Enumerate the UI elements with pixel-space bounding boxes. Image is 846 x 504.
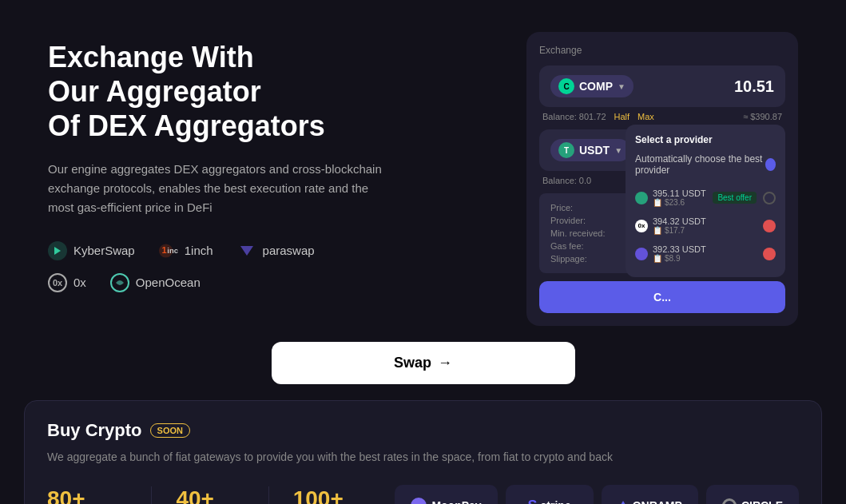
para-amount: 392.33 USDT [653,244,706,254]
circle-text: CIRCLE [741,499,783,504]
para-fee: 📋$8.9 [653,254,706,263]
0x-fee: 📋$17.7 [653,226,706,235]
from-token-selector[interactable]: C COMP ▼ [550,75,634,97]
circle-ring-icon [722,498,737,504]
provider-panel: Select a provider Automatically choose t… [626,125,785,277]
svg-text:0x: 0x [53,278,63,288]
para-provider-right [763,248,776,260]
circle-logo[interactable]: CIRCLE [706,485,799,504]
kyberswap-label: KyberSwap [73,244,135,257]
gas-fee-label: Gas fee: [550,241,584,251]
buy-crypto-section: Buy Crypto SOON We aggregate a bunch of … [24,400,822,504]
soon-badge: SOON [150,423,190,438]
fiat-number: 40+ [176,486,244,505]
paraswap-logo: paraswap [237,241,315,260]
kyber-amount: 395.11 USDT [653,189,706,198]
0x-logo: 0x 0x [48,273,86,292]
exchange-card: Exchange C COMP ▼ 10.51 Balance: 801.72 … [526,32,798,326]
from-balance: Balance: 801.72 [542,112,606,121]
stripe-icon: S [528,498,538,505]
assets-number: 80+ [47,486,127,505]
onramp-logo[interactable]: ONRAMP [602,485,698,504]
buy-crypto-description: We aggregate a bunch of fiat gateways to… [47,449,799,466]
para-provider-icon [635,248,648,260]
comp-icon: C [558,78,574,94]
to-token-row[interactable]: T USDT ▼ Select a provider Automatically… [539,129,785,171]
countries-number: 100+ [293,486,344,505]
openocean-label: OpenOcean [136,276,201,289]
kyber-fee: 📋$23.6 [653,198,706,207]
from-usd-value: ≈ $390.87 [743,112,782,121]
para-provider-left: 392.33 USDT 📋$8.9 [635,244,706,263]
para-provider-option[interactable]: 392.33 USDT 📋$8.9 [635,240,776,268]
assets-stat: 80+ Assets supported [47,486,152,505]
auto-radio[interactable] [765,158,776,171]
para-radio[interactable] [763,248,776,260]
svg-text:inch: inch [167,246,178,255]
0x-provider-left: 0x 394.32 USDT 📋$17.7 [635,216,706,235]
partner-row-1: KyberSwap 1 inch 1inch paraswap [48,241,494,260]
exchange-label: Exchange [539,45,785,56]
kyber-provider-option[interactable]: 395.11 USDT 📋$23.6 Best offer [635,184,776,212]
payment-logos: MoonPay S stripe ONRAMP CIRCLE [395,485,799,504]
0x-provider-right [763,220,776,232]
onramp-text: ONRAMP [633,499,682,504]
from-balance-row: Balance: 801.72 Half Max ≈ $390.87 [539,112,785,121]
auto-text: Automatically choose the best provider [635,153,765,176]
stripe-text: stripe [541,499,571,504]
to-token-selector[interactable]: T USDT ▼ [550,139,630,161]
min-received-label: Min. received: [550,228,605,238]
provider-title: Select a provider [635,134,776,145]
moonpay-dot-icon [411,498,427,504]
left-panel: Exchange With Our Aggregator Of DEX Aggr… [48,32,494,292]
kyberswap-logo: KyberSwap [48,241,135,260]
half-button[interactable]: Half [614,112,630,121]
moonpay-text: MoonPay [431,499,481,504]
price-label: Price: [550,203,573,212]
kyber-provider-right: Best offer [713,192,776,204]
to-token-name: USDT [579,144,610,157]
partner-row-2: 0x 0x OpenOcean [48,273,494,292]
from-token-name: COMP [579,80,613,93]
usdt-icon: T [558,142,574,158]
0x-provider-option[interactable]: 0x 394.32 USDT 📋$17.7 [635,212,776,240]
max-button[interactable]: Max [637,112,654,121]
kyber-provider-left: 395.11 USDT 📋$23.6 [635,189,706,207]
stats-and-logos: 80+ Assets supported 40+ Fiat currencies… [47,485,799,504]
auto-select-row[interactable]: Automatically choose the best provider [635,153,776,176]
0x-amount: 394.32 USDT [653,216,706,226]
stats-section: 80+ Assets supported 40+ Fiat currencies… [47,486,395,505]
swap-button[interactable]: Swap → [272,342,575,384]
0x-label: 0x [73,276,86,289]
from-token-row[interactable]: C COMP ▼ 10.51 [539,65,785,107]
1inch-logo: 1 inch 1inch [159,241,213,260]
kyber-provider-icon [635,192,648,204]
svg-text:1: 1 [161,245,166,255]
to-balance: Balance: 0.0 [542,176,591,185]
buy-crypto-title: Buy Crypto [47,420,142,441]
partner-logos: KyberSwap 1 inch 1inch paraswap [48,241,494,292]
buy-crypto-header: Buy Crypto SOON [47,420,799,441]
0x-provider-icon: 0x [635,220,648,232]
onramp-triangle-icon [618,501,629,504]
0x-radio[interactable] [763,220,776,232]
provider-label: Provider: [550,216,586,225]
hero-description: Our engine aggregates DEX aggregators an… [48,160,383,217]
to-token-chevron: ▼ [614,146,622,155]
hero-title: Exchange With Our Aggregator Of DEX Aggr… [48,40,494,144]
fiat-stat: 40+ Fiat currencies [176,486,268,505]
exchange-widget: Exchange C COMP ▼ 10.51 Balance: 801.72 … [526,32,798,326]
from-amount: 10.51 [734,77,774,96]
openocean-logo: OpenOcean [110,273,201,292]
swap-label: Swap [394,355,431,371]
1inch-label: 1inch [185,244,213,257]
moonpay-logo[interactable]: MoonPay [395,485,497,504]
swap-arrow-icon: → [438,355,452,371]
swap-button-container: Swap → [48,342,798,384]
kyber-radio[interactable] [763,192,776,204]
paraswap-label: paraswap [263,244,315,257]
from-token-chevron: ▼ [618,82,626,91]
best-offer-badge: Best offer [713,192,757,204]
connect-button[interactable]: C... [539,281,785,313]
stripe-logo[interactable]: S stripe [506,485,594,504]
